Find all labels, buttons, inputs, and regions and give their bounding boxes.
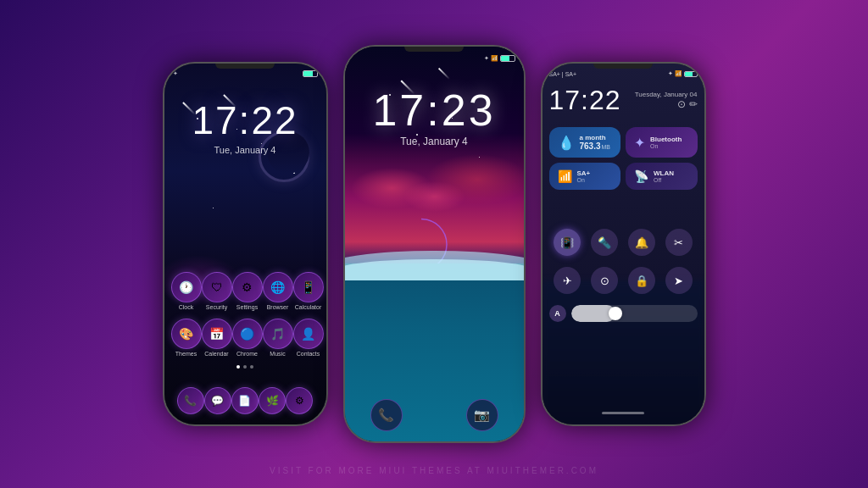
- p3-settings-icon[interactable]: ⊙: [677, 98, 686, 110]
- app-chrome[interactable]: 🔵 Chrome: [232, 319, 263, 357]
- security-label: Security: [206, 304, 227, 310]
- themes-label: Themes: [175, 351, 197, 357]
- p2-time-display: 17:23 Tue, January 4: [345, 85, 524, 147]
- status-left-icons: ✦: [173, 70, 178, 77]
- phone2-status-bar: ✦ 📶: [353, 55, 515, 62]
- wlan-tile-text: WLAN Off: [654, 169, 689, 183]
- star: [213, 208, 214, 208]
- calculator-icon: 📱: [293, 272, 324, 302]
- app-music[interactable]: 🎵 Music: [263, 319, 293, 357]
- data-tile-text: a month 763.3 MB: [580, 134, 613, 151]
- p3-status-bar: SA+ | SA+ ✦ 📶: [549, 70, 698, 77]
- torch-icon[interactable]: 🔦: [591, 229, 618, 256]
- p3-wifi-icon: 📶: [675, 70, 682, 77]
- brightness-icon-btn[interactable]: ⊙: [591, 267, 618, 294]
- app-contacts[interactable]: 👤 Contacts: [293, 319, 324, 357]
- quick-icons-row2: ✈ ⊙ 🔒 ➤: [549, 267, 698, 294]
- phone-1-screen: ✦ 17:22 Tue, January 4 🕐 Clock 🛡: [164, 64, 326, 424]
- phone-1: ✦ 17:22 Tue, January 4 🕐 Clock 🛡: [163, 62, 328, 426]
- data-value: 763.3: [580, 141, 601, 151]
- p2-clock: 17:23: [345, 85, 524, 136]
- brightness-row: A: [549, 305, 698, 322]
- watermark: VISIT FOR MORE MIUI THEMES AT MIUITHEMER…: [0, 466, 868, 475]
- battery-p2: [500, 55, 515, 62]
- phone-2: ✦ 📶 17:23 Tue, January 4 📞 📷: [343, 45, 526, 443]
- sa-tile[interactable]: 📶 SA+ On: [549, 163, 621, 190]
- clock-icon: 🕐: [171, 272, 202, 302]
- p3-status-right: ✦ 📶: [668, 70, 698, 77]
- wlan-tile[interactable]: 📡 WLAN Off: [626, 163, 698, 190]
- bottom-dock: 📞 💬 📄 🌿 ⚙: [164, 387, 326, 414]
- wlan-tile-title: WLAN: [654, 169, 689, 177]
- p3-edit-icon[interactable]: ✏: [689, 98, 698, 110]
- bluetooth-tile[interactable]: ✦ Bluetooth On: [626, 127, 698, 158]
- scissors-icon[interactable]: ✂: [665, 229, 693, 256]
- clock-time: 17:22: [164, 97, 326, 143]
- nature-dock-icon[interactable]: 🌿: [259, 387, 286, 414]
- music-label: Music: [270, 351, 285, 357]
- p3-battery-fill: [685, 72, 693, 76]
- wlan-tile-status: Off: [654, 177, 689, 183]
- sa-tile-title: SA+: [577, 169, 613, 177]
- app-calculator[interactable]: 📱 Calculator: [293, 272, 324, 310]
- bt-tile-text: Bluetooth On: [650, 136, 689, 149]
- brightness-slider[interactable]: [571, 305, 698, 322]
- p3-network-label: SA+ | SA+: [549, 71, 577, 77]
- sa-tile-text: SA+ On: [577, 169, 613, 183]
- data-unit: MB: [602, 144, 611, 150]
- music-icon: 🎵: [263, 319, 293, 349]
- app-settings[interactable]: ⚙ Settings: [232, 272, 263, 310]
- brightness-thumb: [609, 307, 622, 320]
- contacts-icon: 👤: [293, 319, 324, 349]
- settings-icon: ⚙: [232, 272, 263, 302]
- app-calendar[interactable]: 📅 Calendar: [202, 319, 232, 357]
- phone-2-screen: ✦ 📶 17:23 Tue, January 4 📞 📷: [345, 47, 524, 441]
- wave-2: [345, 259, 524, 280]
- app-browser[interactable]: 🌐 Browser: [263, 272, 293, 310]
- lock-icon[interactable]: 🔒: [628, 267, 655, 294]
- dot-1: [236, 365, 240, 369]
- p2-bottom-bar: 📞 📷: [345, 399, 524, 431]
- chrome-icon: 🔵: [232, 319, 263, 349]
- p3-bt-icon: ✦: [668, 70, 673, 77]
- signal-icon: 📶: [558, 169, 572, 183]
- calendar-label: Calendar: [204, 351, 228, 357]
- auto-brightness-label[interactable]: A: [549, 305, 566, 322]
- home-indicator: [602, 412, 644, 414]
- more-dock-icon[interactable]: ⚙: [286, 387, 313, 414]
- browser-icon: 🌐: [263, 272, 293, 302]
- contacts-label: Contacts: [297, 351, 320, 357]
- p3-bg-landscape: [542, 280, 704, 424]
- wifi-tile-icon: 📡: [634, 169, 648, 183]
- themes-icon: 🎨: [171, 319, 202, 349]
- status-icons-p2: ✦ 📶: [484, 55, 515, 62]
- location-icon[interactable]: ➤: [665, 267, 693, 294]
- bluetooth-icon: ✦: [634, 135, 645, 151]
- messages-dock-icon[interactable]: 💬: [204, 387, 231, 414]
- battery: [303, 70, 318, 77]
- p2-camera-icon[interactable]: 📷: [466, 399, 498, 431]
- p3-battery: [684, 71, 698, 77]
- wifi-icon-p2: 📶: [491, 55, 498, 62]
- vibrate-icon[interactable]: 📳: [554, 229, 581, 256]
- p3-header-icons: ⊙ ✏: [677, 98, 698, 110]
- app-clock[interactable]: 🕐 Clock: [171, 272, 202, 310]
- data-tile-title: a month: [580, 134, 613, 141]
- quick-icons-row1: 📳 🔦 🔔 ✂: [549, 229, 698, 256]
- airplane-icon[interactable]: ✈: [554, 267, 581, 294]
- app-themes[interactable]: 🎨 Themes: [171, 319, 202, 357]
- settings-label: Settings: [236, 304, 258, 310]
- notification-icon[interactable]: 🔔: [628, 229, 655, 256]
- bt-tile-title: Bluetooth: [650, 136, 689, 143]
- data-tile[interactable]: 💧 a month 763.3 MB: [549, 127, 621, 158]
- chrome-label: Chrome: [236, 351, 258, 357]
- page-dots: [171, 365, 320, 369]
- calculator-label: Calculator: [295, 304, 322, 310]
- p3-date-group: Tuesday, January 04 ⊙ ✏: [635, 91, 698, 110]
- phone-3-screen: SA+ | SA+ ✦ 📶 17:22 Tuesday, January 04 …: [542, 64, 704, 424]
- p2-phone-icon[interactable]: 📞: [370, 399, 403, 431]
- data-value-row: 763.3 MB: [580, 141, 613, 151]
- app-security[interactable]: 🛡 Security: [202, 272, 232, 310]
- notes-dock-icon[interactable]: 📄: [231, 387, 259, 414]
- phone-dock-icon[interactable]: 📞: [177, 387, 204, 414]
